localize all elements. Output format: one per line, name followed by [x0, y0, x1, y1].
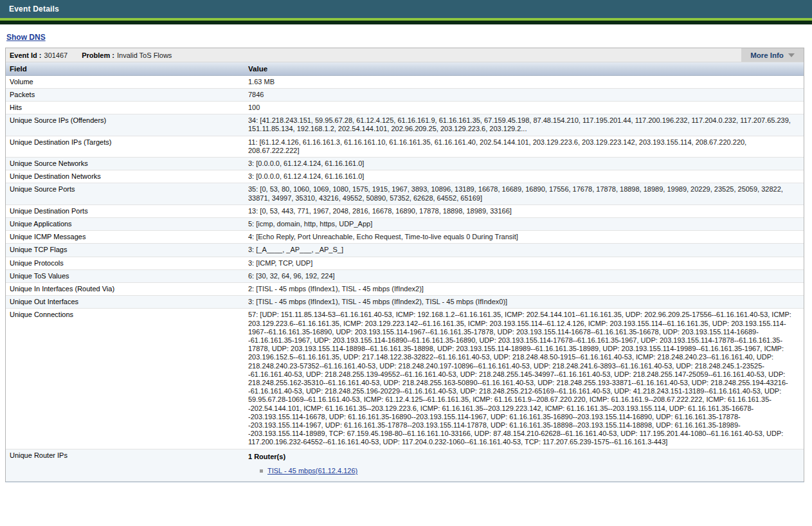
field-name: Unique Out Interfaces	[6, 296, 248, 309]
table-row: Unique Applications5: [icmp, domain, htt…	[6, 217, 804, 230]
field-name: Unique Protocols	[6, 257, 248, 269]
field-value: 100	[248, 101, 804, 114]
field-name: Unique Connections	[6, 309, 248, 449]
table-header-row: Field Value	[6, 62, 804, 75]
column-header-value: Value	[248, 62, 804, 75]
field-value: 1.63 MB	[248, 75, 804, 88]
table-row: Unique In Interfaces (Routed Via)2: [TIS…	[6, 282, 804, 295]
table-row: Unique Source Networks3: [0.0.0.0, 61.12…	[6, 157, 804, 170]
field-name: Unique Destination Ports	[6, 204, 248, 217]
field-value: 7846	[248, 88, 804, 101]
event-id-value: 301467	[44, 51, 68, 59]
table-row: Unique ICMP Messages4: [Echo Reply, Port…	[6, 231, 804, 244]
field-value: 11: [61.12.4.126, 61.16.161.3, 61.16.161…	[248, 136, 804, 157]
table-row: Unique Out Interfaces3: [TISL - 45 mbps …	[6, 296, 804, 309]
problem-label: Problem :	[82, 51, 114, 59]
router-link[interactable]: TISL - 45 mbps(61.12.4.126)	[267, 467, 357, 475]
field-name: Unique Destination Networks	[6, 170, 248, 183]
field-name: Unique TCP Flags	[6, 244, 248, 257]
show-dns-row: Show DNS	[0, 24, 812, 48]
field-value: 1 Router(s) TISL - 45 mbps(61.12.4.126)	[248, 449, 804, 481]
table-row: Unique Destination Ports13: [0, 53, 443,…	[6, 204, 804, 217]
field-value: 6: [30, 32, 64, 96, 192, 224]	[248, 269, 804, 282]
page-header: Event Details	[0, 0, 812, 18]
field-value: 57: [UDP: 151.11.85.134-53--61.16.161.40…	[248, 309, 804, 449]
table-row: Hits100	[6, 101, 804, 114]
column-header-field: Field	[6, 62, 248, 75]
table-row: Packets7846	[6, 88, 804, 101]
page-title: Event Details	[9, 5, 59, 14]
field-value: 4: [Echo Reply, Port Unreachable, Echo R…	[248, 231, 804, 244]
router-count: 1 Router(s)	[248, 451, 797, 461]
event-id-label: Event Id :	[10, 51, 42, 59]
table-row-unique-router-ips: Unique Router IPs 1 Router(s) TISL - 45 …	[6, 449, 804, 481]
event-detail-table: Field Value Volume1.63 MBPackets7846Hits…	[6, 62, 804, 482]
field-value: 35: [0, 53, 80, 1060, 1069, 1080, 1575, …	[248, 183, 804, 204]
field-name: Unique Destination IPs (Targets)	[6, 136, 248, 157]
field-value: 3: [0.0.0.0, 61.12.4.124, 61.16.161.0]	[248, 170, 804, 183]
field-name: Hits	[6, 101, 248, 114]
router-list-item: TISL - 45 mbps(61.12.4.126)	[260, 467, 797, 475]
field-name: Unique ToS Values	[6, 269, 248, 282]
problem-value: Invalid ToS Flows	[117, 51, 172, 59]
table-row: Unique Source IPs (Offenders)34: [41.218…	[6, 114, 804, 136]
table-row: Unique TCP Flags3: [_A____, _AP___, _AP_…	[6, 244, 804, 257]
table-row: Volume1.63 MB	[6, 75, 804, 88]
field-name: Unique Source IPs (Offenders)	[6, 114, 248, 136]
field-name: Unique Applications	[6, 217, 248, 230]
table-row: Unique Connections57: [UDP: 151.11.85.13…	[6, 309, 804, 449]
field-name: Unique ICMP Messages	[6, 231, 248, 244]
more-info-label: More Info	[750, 51, 784, 59]
field-value: 5: [icmp, domain, http, https, UDP_App]	[248, 217, 804, 230]
event-summary-bar: Event Id : 301467 Problem : Invalid ToS …	[6, 48, 804, 62]
field-value: 3: [TISL - 45 mbps (IfIndex1), TISL - 45…	[248, 296, 804, 309]
field-name: Unique In Interfaces (Routed Via)	[6, 282, 248, 295]
field-name: Unique Source Ports	[6, 183, 248, 204]
field-name: Unique Router IPs	[6, 449, 248, 481]
field-value: 3: [_A____, _AP___, _AP_S_]	[248, 244, 804, 257]
field-value: 13: [0, 53, 443, 771, 1967, 2048, 2816, …	[248, 204, 804, 217]
more-info-button[interactable]: More Info	[741, 48, 804, 62]
field-value: 3: [0.0.0.0, 61.12.4.124, 61.16.161.0]	[248, 157, 804, 170]
field-name: Unique Source Networks	[6, 157, 248, 170]
caret-down-icon	[788, 53, 795, 57]
field-name: Packets	[6, 88, 248, 101]
table-row: Unique Destination Networks3: [0.0.0.0, …	[6, 170, 804, 183]
show-dns-link[interactable]: Show DNS	[6, 33, 46, 42]
field-value: 2: [TISL - 45 mbps (IfIndex1), TISL - 45…	[248, 282, 804, 295]
event-details-panel: Event Id : 301467 Problem : Invalid ToS …	[5, 48, 804, 482]
table-row: Unique ToS Values6: [30, 32, 64, 96, 192…	[6, 269, 804, 282]
table-row: Unique Destination IPs (Targets)11: [61.…	[6, 136, 804, 157]
table-row: Unique Protocols3: [ICMP, TCP, UDP]	[6, 257, 804, 269]
field-name: Volume	[6, 75, 248, 88]
table-row: Unique Source Ports35: [0, 53, 80, 1060,…	[6, 183, 804, 204]
field-value: 34: [41.218.243.151, 59.95.67.28, 61.12.…	[248, 114, 804, 136]
square-bullet-icon	[260, 469, 263, 473]
field-value: 3: [ICMP, TCP, UDP]	[248, 257, 804, 269]
